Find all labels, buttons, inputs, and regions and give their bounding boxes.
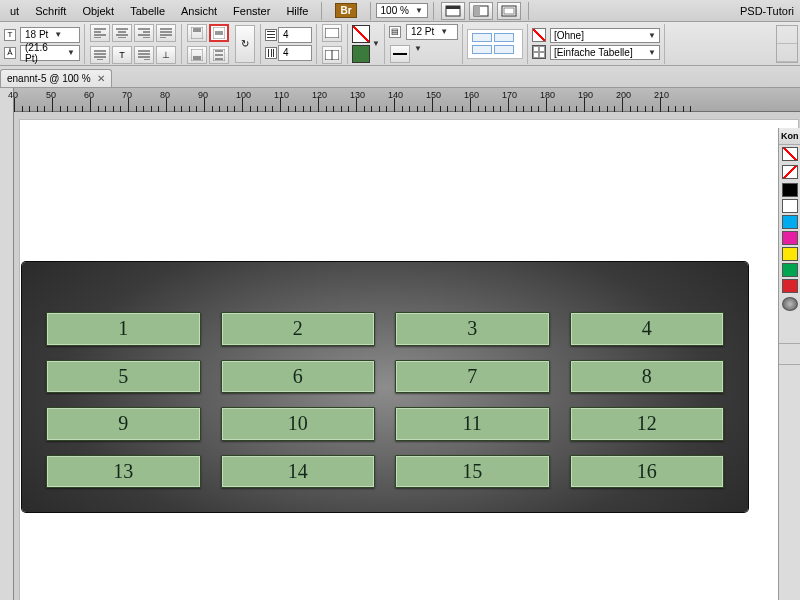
swatch-none-fill[interactable] — [782, 147, 798, 161]
table-cell[interactable]: 11 — [395, 407, 550, 441]
leading-field[interactable]: (21.6 Pt) ▼ — [20, 45, 80, 61]
cell-style-select[interactable]: [Ohne]▼ — [550, 28, 660, 43]
svg-rect-11 — [325, 50, 339, 60]
color-swatch[interactable] — [782, 263, 798, 277]
table-cell[interactable]: 10 — [221, 407, 376, 441]
menu-tabelle[interactable]: Tabelle — [122, 2, 173, 20]
justify-center-button[interactable] — [90, 46, 110, 64]
svg-rect-7 — [213, 27, 225, 39]
table-cell[interactable]: 16 — [570, 455, 725, 489]
stroke-style-line-button[interactable] — [390, 45, 410, 63]
table-cell[interactable]: 13 — [46, 455, 201, 489]
panel-toggle-rail[interactable] — [776, 25, 798, 63]
document-tab-bar: enannt-5 @ 100 % ✕ — [0, 66, 800, 88]
divider — [370, 2, 371, 20]
cell-style-none-icon — [532, 28, 546, 42]
svg-rect-6 — [191, 27, 203, 39]
app-title: PSD-Tutori — [740, 5, 800, 17]
font-size-icon: T — [4, 29, 16, 41]
table-style-select[interactable]: [Einfache Tabelle]▼ — [550, 45, 660, 60]
table-cell[interactable]: 6 — [221, 360, 376, 394]
row-count-field[interactable]: 4 — [278, 27, 312, 43]
color-swatch[interactable] — [782, 215, 798, 229]
leading-icon: Å — [4, 47, 16, 59]
color-swatch[interactable] — [782, 199, 798, 213]
table-cell[interactable]: 12 — [570, 407, 725, 441]
table-cell[interactable]: 3 — [395, 312, 550, 346]
stroke-swatch-button[interactable] — [352, 45, 370, 63]
menu-fenster[interactable]: Fenster — [225, 2, 278, 20]
color-swatch[interactable] — [782, 183, 798, 197]
menu-ansicht[interactable]: Ansicht — [173, 2, 225, 20]
control-bar: T 18 Pt ▼ Å (21.6 Pt) ▼ — [0, 22, 800, 66]
chevron-down-icon: ▼ — [54, 30, 62, 39]
align-right-button[interactable] — [134, 24, 154, 42]
color-swatch[interactable] — [782, 279, 798, 293]
split-cells-button[interactable] — [322, 46, 342, 64]
valign-bottom-button[interactable] — [187, 46, 207, 64]
chevron-down-icon: ▼ — [415, 6, 423, 15]
align-center-button[interactable] — [112, 24, 132, 42]
valign-justify-button[interactable] — [209, 46, 229, 64]
screen-mode-preview-button[interactable] — [469, 2, 493, 20]
rows-icon — [265, 29, 277, 41]
table-cell[interactable]: 15 — [395, 455, 550, 489]
divider — [433, 2, 434, 20]
table-cell[interactable]: 4 — [570, 312, 725, 346]
text-vertical-tb-button[interactable]: T — [112, 46, 132, 64]
color-swatch[interactable] — [782, 231, 798, 245]
menu-schrift[interactable]: Schrift — [27, 2, 74, 20]
screen-mode-bleed-button[interactable] — [497, 2, 521, 20]
document-tab-label: enannt-5 @ 100 % — [7, 73, 91, 84]
table-cell[interactable]: 9 — [46, 407, 201, 441]
valign-top-button[interactable] — [187, 24, 207, 42]
bridge-button[interactable]: Br — [335, 3, 356, 18]
screen-mode-normal-button[interactable] — [441, 2, 465, 20]
horizontal-ruler: 4050607080901001101201301401501601701801… — [0, 88, 800, 112]
vertical-ruler — [0, 112, 14, 600]
document-tab[interactable]: enannt-5 @ 100 % ✕ — [0, 69, 112, 87]
table-cell[interactable]: 8 — [570, 360, 725, 394]
divider — [528, 2, 529, 20]
color-swatch[interactable] — [782, 247, 798, 261]
swatch-none-stroke[interactable] — [782, 165, 798, 179]
cols-icon — [265, 47, 277, 59]
fill-swatch-button[interactable] — [352, 25, 370, 43]
menu-layout[interactable]: ut — [2, 2, 27, 20]
table-cell[interactable]: 1 — [46, 312, 201, 346]
menu-objekt[interactable]: Objekt — [74, 2, 122, 20]
panel-title[interactable]: Kon — [779, 128, 800, 145]
swatches-panel: Kon — [778, 128, 800, 600]
col-count-field[interactable]: 4 — [278, 45, 312, 61]
svg-rect-9 — [213, 49, 225, 61]
chevron-down-icon: ▼ — [67, 48, 75, 57]
close-icon[interactable]: ✕ — [97, 73, 105, 84]
table-cell[interactable]: 14 — [221, 455, 376, 489]
valign-center-button[interactable] — [209, 24, 229, 42]
swatch-gradient[interactable] — [782, 297, 798, 311]
justify-left-button[interactable] — [156, 24, 176, 42]
divider — [321, 2, 322, 20]
text-flow-button[interactable]: ⊥ — [156, 46, 176, 64]
table-frame[interactable]: 12345678910111213141516 — [22, 262, 748, 512]
align-left-button[interactable] — [90, 24, 110, 42]
chevron-down-icon: ▼ — [648, 31, 656, 40]
table-cell[interactable]: 5 — [46, 360, 201, 394]
chevron-down-icon: ▼ — [440, 27, 448, 36]
table-cell[interactable]: 7 — [395, 360, 550, 394]
text-rotation-button[interactable]: ↻ — [234, 22, 256, 65]
table-cell[interactable]: 2 — [221, 312, 376, 346]
svg-rect-1 — [446, 6, 460, 9]
merge-cells-button[interactable] — [322, 24, 342, 42]
cell-stroke-preview[interactable] — [467, 29, 523, 59]
chevron-down-icon: ▼ — [414, 44, 422, 64]
svg-rect-8 — [191, 49, 203, 61]
font-size-field[interactable]: 18 Pt ▼ — [20, 27, 80, 43]
zoom-level-field[interactable]: 100 % ▼ — [376, 3, 428, 18]
stroke-weight-field[interactable]: 12 Pt▼ — [406, 24, 458, 40]
menu-hilfe[interactable]: Hilfe — [278, 2, 316, 20]
justify-right-button[interactable] — [134, 46, 154, 64]
font-size-value: 18 Pt — [25, 29, 48, 40]
canvas-area: 12345678910111213141516 — [0, 112, 800, 600]
svg-rect-10 — [325, 28, 339, 38]
